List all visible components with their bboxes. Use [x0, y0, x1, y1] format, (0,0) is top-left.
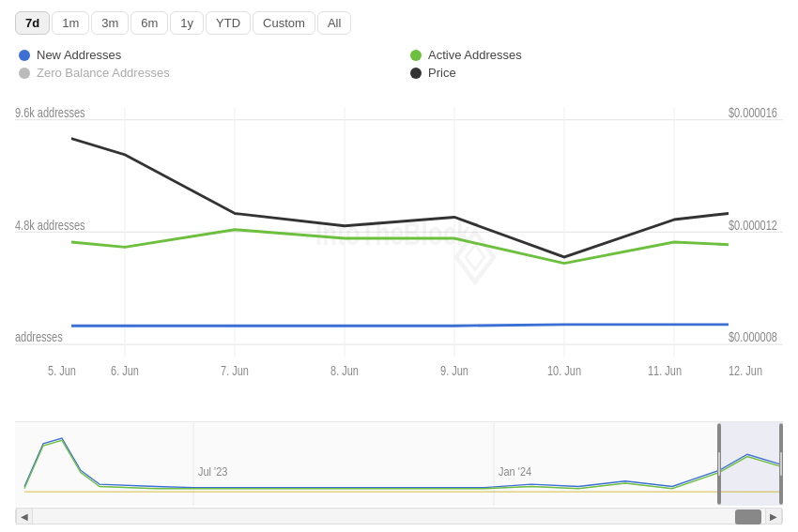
- svg-rect-34: [718, 452, 720, 476]
- legend-dot-active-addresses: [410, 50, 422, 61]
- svg-rect-35: [780, 452, 782, 476]
- legend-dot-price: [410, 68, 422, 79]
- legend-item-zero-balance: Zero Balance Addresses: [19, 66, 391, 80]
- time-btn-7d[interactable]: 7d: [15, 11, 50, 35]
- legend-label-price: Price: [428, 66, 456, 80]
- scroll-left-button[interactable]: ◀: [16, 508, 33, 524]
- main-chart-svg: 9.6k addresses 4.8k addresses addresses …: [15, 95, 783, 419]
- svg-text:4.8k addresses: 4.8k addresses: [15, 217, 85, 233]
- svg-text:Jan '24: Jan '24: [499, 464, 532, 479]
- overview-section: Jul '23 Jan '24: [15, 421, 783, 506]
- svg-text:$0.000008: $0.000008: [729, 329, 777, 345]
- time-btn-1m[interactable]: 1m: [52, 11, 89, 35]
- legend-item-new-addresses: New Addresses: [19, 48, 391, 62]
- svg-text:8. Jun: 8. Jun: [330, 363, 359, 379]
- svg-text:addresses: addresses: [15, 329, 63, 345]
- svg-text:6. Jun: 6. Jun: [111, 363, 139, 379]
- time-btn-3m[interactable]: 3m: [91, 11, 129, 35]
- svg-text:10. Jun: 10. Jun: [547, 363, 581, 379]
- scrollbar-thumb[interactable]: [735, 509, 761, 524]
- app-container: 7d1m3m6m1yYTDCustomAll New AddressesActi…: [0, 0, 798, 532]
- scroll-right-button[interactable]: ▶: [765, 508, 782, 524]
- svg-text:$0.000012: $0.000012: [729, 217, 777, 233]
- main-chart-area: 9.6k addresses 4.8k addresses addresses …: [15, 95, 783, 419]
- svg-text:$0.000016: $0.000016: [729, 104, 777, 120]
- legend-dot-new-addresses: [19, 50, 30, 61]
- svg-text:9. Jun: 9. Jun: [440, 363, 468, 379]
- legend-label-zero-balance: Zero Balance Addresses: [37, 66, 170, 80]
- svg-text:12. Jun: 12. Jun: [729, 363, 762, 379]
- legend-item-active-addresses: Active Addresses: [410, 48, 783, 62]
- svg-rect-26: [15, 422, 783, 506]
- legend-item-price: Price: [410, 66, 783, 80]
- scrollbar-track[interactable]: [33, 509, 765, 524]
- svg-text:11. Jun: 11. Jun: [648, 363, 682, 379]
- chart-legend: New AddressesActive AddressesZero Balanc…: [15, 48, 783, 80]
- time-btn-all[interactable]: All: [317, 11, 351, 35]
- legend-label-active-addresses: Active Addresses: [428, 48, 522, 62]
- time-range-selector: 7d1m3m6m1yYTDCustomAll: [15, 11, 783, 35]
- overview-chart-svg: Jul '23 Jan '24: [15, 422, 783, 506]
- svg-text:5. Jun: 5. Jun: [48, 363, 76, 379]
- legend-dot-zero-balance: [19, 68, 30, 79]
- svg-text:IntoTheBlock: IntoTheBlock: [315, 215, 470, 251]
- time-btn-custom[interactable]: Custom: [253, 11, 315, 35]
- svg-text:9.6k addresses: 9.6k addresses: [15, 104, 85, 120]
- time-btn-1y[interactable]: 1y: [170, 11, 204, 35]
- svg-text:7. Jun: 7. Jun: [221, 363, 249, 379]
- time-btn-ytd[interactable]: YTD: [206, 11, 251, 35]
- svg-text:Jul '23: Jul '23: [198, 464, 228, 479]
- time-btn-6m[interactable]: 6m: [130, 11, 168, 35]
- legend-label-new-addresses: New Addresses: [37, 48, 121, 62]
- scrollbar[interactable]: ◀ ▶: [15, 508, 783, 524]
